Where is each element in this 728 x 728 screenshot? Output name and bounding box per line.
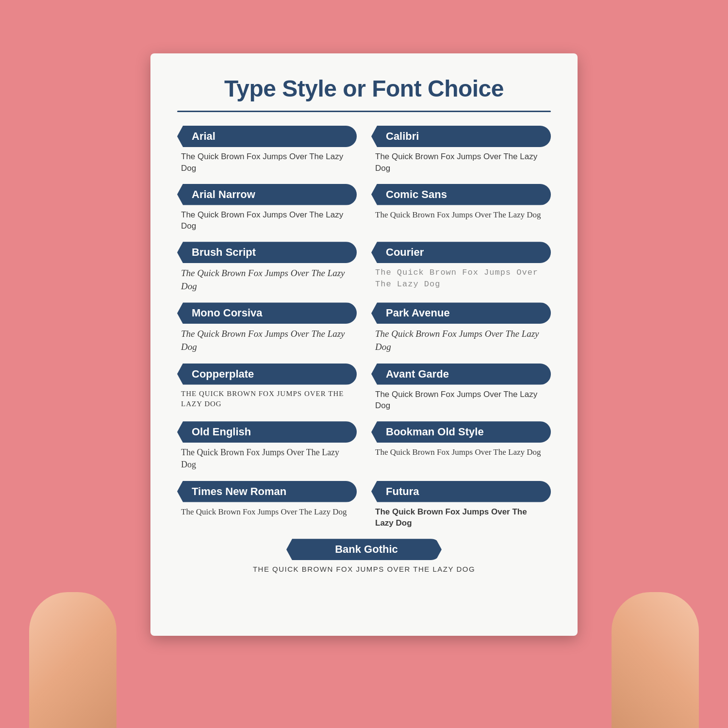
page-container: Type Style or Font Choice Arial The Quic… <box>0 0 728 728</box>
divider <box>177 111 551 112</box>
font-entry-brush-script: Brush Script The Quick Brown Fox Jumps O… <box>177 242 357 294</box>
font-label-avant-garde: Avant Garde <box>371 364 551 385</box>
font-sample-arial: The Quick Brown Fox Jumps Over The Lazy … <box>177 150 357 175</box>
hand-right <box>612 592 699 728</box>
font-entry-courier: Courier The Quick Brown Fox Jumps Over T… <box>371 242 551 294</box>
font-sample-avant-garde: The Quick Brown Fox Jumps Over The Lazy … <box>371 388 551 413</box>
font-sample-park-avenue: The Quick Brown Fox Jumps Over The Lazy … <box>371 327 551 354</box>
font-sample-mono-corsiva: The Quick Brown Fox Jumps Over The Lazy … <box>177 327 357 354</box>
font-label-futura: Futura <box>371 481 551 502</box>
font-entry-bookman: Bookman Old Style The Quick Brown Fox Ju… <box>371 421 551 472</box>
font-sample-arial-narrow: The Quick Brown Fox Jumps Over The Lazy … <box>177 208 357 233</box>
font-label-park-avenue: Park Avenue <box>371 302 551 324</box>
font-entry-bank-gothic: Bank Gothic The Quick Brown Fox Jumps Ov… <box>177 539 551 575</box>
font-sample-courier: The Quick Brown Fox Jumps Over The Lazy … <box>371 266 551 291</box>
font-label-copperplate: Copperplate <box>177 364 357 385</box>
font-label-arial-narrow: Arial Narrow <box>177 184 357 205</box>
font-label-times: Times New Roman <box>177 481 357 502</box>
font-entry-mono-corsiva: Mono Corsiva The Quick Brown Fox Jumps O… <box>177 302 357 354</box>
font-entry-futura: Futura The Quick Brown Fox Jumps Over Th… <box>371 481 551 530</box>
font-entry-avant-garde: Avant Garde The Quick Brown Fox Jumps Ov… <box>371 364 551 413</box>
font-sample-times: The Quick Brown Fox Jumps Over The Lazy … <box>177 505 357 519</box>
font-sample-comic-sans: The Quick Brown Fox Jumps Over The Lazy … <box>371 208 551 222</box>
font-sample-calibri: The Quick Brown Fox Jumps Over The Lazy … <box>371 150 551 175</box>
font-entry-park-avenue: Park Avenue The Quick Brown Fox Jumps Ov… <box>371 302 551 354</box>
font-label-bookman: Bookman Old Style <box>371 421 551 443</box>
font-label-old-english: Old English <box>177 421 357 443</box>
font-sample-bookman: The Quick Brown Fox Jumps Over The Lazy … <box>371 446 551 459</box>
font-sample-brush-script: The Quick Brown Fox Jumps Over The Lazy … <box>177 266 357 294</box>
font-entry-copperplate: Copperplate The Quick Brown Fox Jumps Ov… <box>177 364 357 413</box>
font-sample-futura: The Quick Brown Fox Jumps Over The Lazy … <box>371 505 551 530</box>
font-entry-times: Times New Roman The Quick Brown Fox Jump… <box>177 481 357 530</box>
font-label-calibri: Calibri <box>371 126 551 147</box>
page-title: Type Style or Font Choice <box>177 75 551 102</box>
font-sample-bank-gothic: The Quick Brown Fox Jumps Over The Lazy … <box>249 563 479 575</box>
font-entry-calibri: Calibri The Quick Brown Fox Jumps Over T… <box>371 126 551 175</box>
fonts-grid: Arial The Quick Brown Fox Jumps Over The… <box>177 126 551 584</box>
font-label-brush-script: Brush Script <box>177 242 357 263</box>
font-entry-arial-narrow: Arial Narrow The Quick Brown Fox Jumps O… <box>177 184 357 233</box>
font-entry-old-english: Old English The Quick Brown Fox Jumps Ov… <box>177 421 357 472</box>
font-label-mono-corsiva: Mono Corsiva <box>177 302 357 324</box>
font-sample-old-english: The Quick Brown Fox Jumps Over The Lazy … <box>177 446 357 472</box>
font-entry-arial: Arial The Quick Brown Fox Jumps Over The… <box>177 126 357 175</box>
font-sample-copperplate: The Quick Brown Fox Jumps Over The Lazy … <box>177 388 357 410</box>
font-label-bank-gothic: Bank Gothic <box>286 539 442 560</box>
font-label-courier: Courier <box>371 242 551 263</box>
font-card: Type Style or Font Choice Arial The Quic… <box>150 53 578 636</box>
font-label-comic-sans: Comic Sans <box>371 184 551 205</box>
font-label-arial: Arial <box>177 126 357 147</box>
hand-left <box>29 592 116 728</box>
font-entry-comic-sans: Comic Sans The Quick Brown Fox Jumps Ove… <box>371 184 551 233</box>
